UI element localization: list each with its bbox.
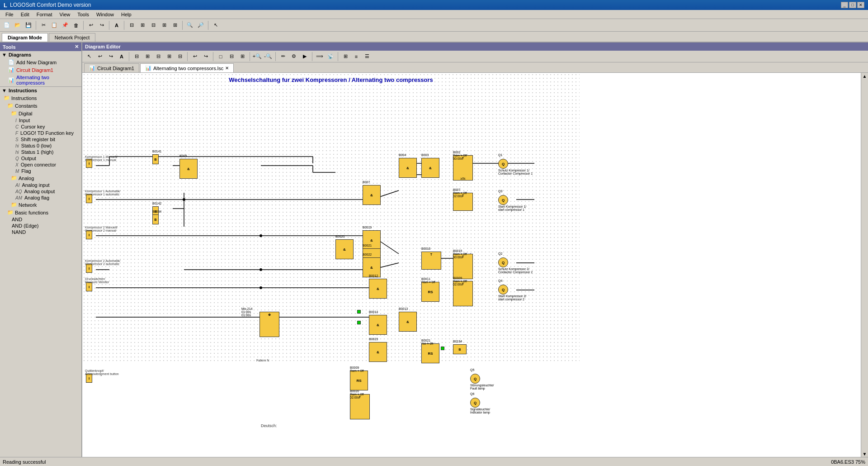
analog-flag-item[interactable]: AM Analog flag [0, 195, 81, 201]
add-diagram-label: Add New Diagram [16, 60, 57, 65]
diagrams-section-header[interactable]: ▼ Diagrams [0, 51, 81, 58]
instructions-folder[interactable]: 📁 Instructions [0, 94, 81, 102]
undo-editor-btn[interactable]: ↩ [190, 52, 200, 62]
delete-button[interactable]: 🗑 [71, 20, 81, 30]
constants-folder[interactable]: 📁 Constants [0, 102, 81, 109]
param-btn[interactable]: ⚙ [289, 52, 299, 62]
etb-sep6 [312, 52, 312, 61]
b0019-block: & B0019 [363, 230, 381, 250]
new-button[interactable]: 📄 [2, 20, 12, 30]
align-center[interactable]: ⊞ [137, 20, 147, 30]
right-scrollbar[interactable]: ▲ ▼ [861, 73, 868, 457]
text-button[interactable]: A [112, 20, 122, 30]
editor-tabs: 📊 Circuit Diagram1 📊 Alternating two com… [82, 62, 868, 73]
tab-circuit-diagram1[interactable]: 📊 Circuit Diagram1 [84, 63, 139, 72]
input-item[interactable]: I Input [0, 117, 81, 124]
cursor-key-item[interactable]: C Cursor key [0, 124, 81, 130]
align-bottom[interactable]: ⊞ [170, 20, 180, 30]
grid-btn[interactable]: ⊞ [340, 52, 350, 62]
split-v-btn[interactable]: ⊞ [237, 52, 247, 62]
maximize-button[interactable]: □ [849, 2, 856, 8]
tab-alternating[interactable]: 📊 Alternating two compressors.lsc ✕ [140, 63, 234, 72]
align-top-btn[interactable]: ⊟ [175, 52, 185, 62]
align-top[interactable]: ⊞ [159, 20, 169, 30]
q4-block: Q Q4 Start Kompressor 2/start compressor… [498, 285, 508, 295]
menu-view[interactable]: View [56, 11, 74, 18]
redo-editor-btn[interactable]: ↪ [106, 52, 116, 62]
shift-register-item[interactable]: S Shift register bit [0, 136, 81, 143]
menu-window[interactable]: Window [93, 11, 118, 18]
paste-button[interactable]: 📌 [60, 20, 70, 30]
sim-btn[interactable]: ▶ [300, 52, 310, 62]
close-button[interactable]: ✕ [857, 2, 864, 8]
menu-help[interactable]: Help [118, 11, 135, 18]
analog-folder[interactable]: 📁 Analog [0, 174, 81, 182]
and-label: AND [12, 217, 22, 222]
grid2-btn[interactable]: ≡ [351, 52, 361, 62]
cursor-tool-btn[interactable]: ↖ [84, 52, 94, 62]
tab-close-btn[interactable]: ✕ [225, 66, 229, 71]
zoom-in[interactable]: 🔍 [185, 20, 195, 30]
td-function-key-item[interactable]: F LOGO! TD Function key [0, 130, 81, 136]
cut-button[interactable]: ✂ [38, 20, 48, 30]
and-edge-item[interactable]: AND (Edge) [0, 223, 81, 229]
zoom-in-btn[interactable]: +🔍 [252, 52, 262, 62]
transfer-btn[interactable]: ⟹ [315, 52, 325, 62]
dist-vert-btn[interactable]: ⊞ [164, 52, 174, 62]
status1-item[interactable]: hi Status 1 (high) [0, 149, 81, 155]
save-button[interactable]: 💾 [24, 20, 33, 30]
menu-format[interactable]: Format [33, 11, 56, 18]
status0-item[interactable]: hi Status 0 (low) [0, 143, 81, 149]
tab-network-project[interactable]: Network Project [49, 33, 96, 42]
analog-input-item[interactable]: AI Analog input [0, 182, 81, 188]
zoom-out[interactable]: 🔎 [196, 20, 206, 30]
basic-functions-folder[interactable]: 📁 Basic functions [0, 209, 81, 216]
minimize-button[interactable]: _ [841, 2, 848, 8]
text-editor-btn[interactable]: A [117, 52, 127, 62]
menu-file[interactable]: File [2, 11, 17, 18]
flag-item[interactable]: M Flag [0, 168, 81, 174]
grid3-btn[interactable]: ☰ [362, 52, 372, 62]
menu-edit[interactable]: Edit [17, 11, 33, 18]
align-center-btn[interactable]: ⊞ [142, 52, 152, 62]
scroll-down-arrow[interactable]: ▼ [862, 451, 868, 457]
scroll-up-arrow[interactable]: ▲ [862, 73, 868, 79]
cursor-tool[interactable]: ↖ [211, 20, 221, 30]
add-new-diagram[interactable]: 📄 Add New Diagram [0, 58, 81, 66]
highlight-btn[interactable]: ✏ [278, 52, 288, 62]
app-logo: L [4, 2, 7, 9]
alternating-compressors[interactable]: 📊 Alternating two compressors [0, 74, 81, 86]
nand-item[interactable]: NAND [0, 229, 81, 235]
block-btn[interactable]: □ [216, 52, 226, 62]
tools-collapse[interactable]: ✕ [75, 44, 79, 50]
split-h-btn[interactable]: ⊟ [226, 52, 236, 62]
zoom-out-btn[interactable]: -🔍 [263, 52, 273, 62]
online-btn[interactable]: 📡 [326, 52, 335, 62]
undo-button[interactable]: ↩ [86, 20, 96, 30]
tab-alt-icon: 📊 [145, 65, 151, 71]
tab-diagram-mode[interactable]: Diagram Mode [2, 33, 48, 42]
align-left-btn[interactable]: ⊟ [132, 52, 142, 62]
and-item[interactable]: AND [0, 216, 81, 223]
green-block1 [357, 310, 361, 314]
copy-button[interactable]: 📋 [49, 20, 59, 30]
network-folder[interactable]: 📁 Network [0, 201, 81, 209]
wire-tool-btn[interactable]: ↩ [95, 52, 105, 62]
open-connector-item[interactable]: X Open connector [0, 162, 81, 168]
toolbar-sep3 [109, 21, 109, 30]
redo-editor-btn2[interactable]: ↪ [201, 52, 211, 62]
canvas-area[interactable]: Wechselschaltung fur zwei Kompressoren /… [82, 73, 861, 457]
instructions-section-header[interactable]: ▼ Instructions [0, 87, 81, 94]
toolbar-sep5 [182, 21, 183, 30]
open-button[interactable]: 📂 [13, 20, 23, 30]
output-item[interactable]: Q Output [0, 155, 81, 162]
input-i6-label: Quittierknopf/Acknowledgment button [85, 369, 119, 376]
align-right[interactable]: ⊟ [148, 20, 158, 30]
digital-folder[interactable]: 📁 Digital [0, 109, 81, 117]
menu-tools[interactable]: Tools [74, 11, 93, 18]
dist-horiz-btn[interactable]: ⊟ [153, 52, 163, 62]
analog-output-item[interactable]: AQ Analog output [0, 188, 81, 195]
circuit-diagram1[interactable]: 📊 Circuit Diagram1 [0, 66, 81, 74]
redo-button[interactable]: ↪ [97, 20, 107, 30]
align-left[interactable]: ⊟ [127, 20, 137, 30]
